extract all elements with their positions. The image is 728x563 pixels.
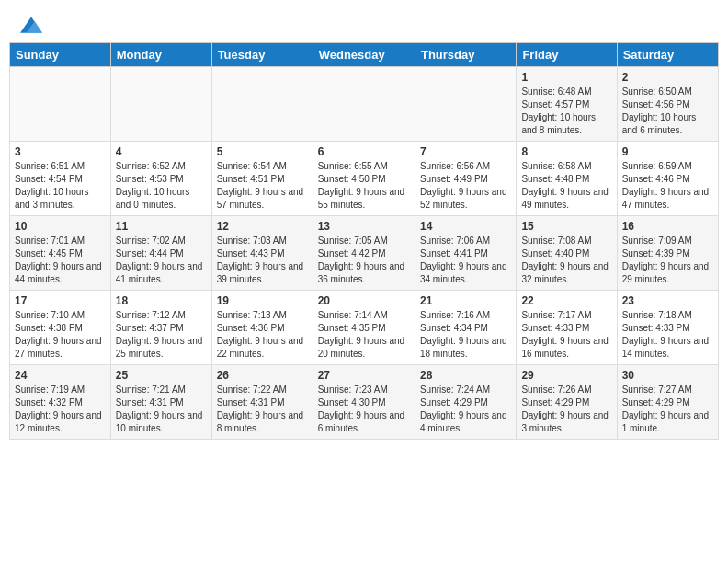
day-header-tuesday: Tuesday [211,43,313,67]
day-number: 18 [116,294,207,307]
day-info: Sunrise: 6:56 AM Sunset: 4:49 PM Dayligh… [420,160,511,212]
day-number: 22 [521,294,611,307]
day-header-sunday: Sunday [10,43,111,67]
calendar-week-row: 17Sunrise: 7:10 AM Sunset: 4:38 PM Dayli… [10,291,719,365]
calendar-cell: 1Sunrise: 6:48 AM Sunset: 4:57 PM Daylig… [517,67,617,142]
day-number: 9 [622,145,713,158]
day-info: Sunrise: 6:55 AM Sunset: 4:50 PM Dayligh… [318,160,410,212]
day-number: 26 [217,369,308,382]
day-info: Sunrise: 6:59 AM Sunset: 4:46 PM Dayligh… [622,160,713,212]
day-info: Sunrise: 7:03 AM Sunset: 4:43 PM Dayligh… [217,235,308,286]
calendar-cell: 29Sunrise: 7:26 AM Sunset: 4:29 PM Dayli… [517,365,617,440]
day-header-monday: Monday [110,43,211,67]
day-info: Sunrise: 7:24 AM Sunset: 4:29 PM Dayligh… [420,384,511,435]
calendar-week-row: 24Sunrise: 7:19 AM Sunset: 4:32 PM Dayli… [10,365,719,440]
day-number: 14 [420,220,511,233]
day-info: Sunrise: 7:26 AM Sunset: 4:29 PM Dayligh… [521,384,611,435]
calendar-cell [313,67,415,142]
day-header-friday: Friday [517,43,617,67]
calendar-week-row: 3Sunrise: 6:51 AM Sunset: 4:54 PM Daylig… [10,142,719,216]
day-info: Sunrise: 6:54 AM Sunset: 4:51 PM Dayligh… [217,160,308,212]
day-number: 3 [15,145,106,158]
calendar-cell: 22Sunrise: 7:17 AM Sunset: 4:33 PM Dayli… [517,291,617,365]
calendar-cell [10,67,111,142]
day-number: 21 [420,294,511,307]
calendar-cell: 9Sunrise: 6:59 AM Sunset: 4:46 PM Daylig… [617,142,718,216]
calendar-cell: 26Sunrise: 7:22 AM Sunset: 4:31 PM Dayli… [211,365,313,440]
calendar-cell: 27Sunrise: 7:23 AM Sunset: 4:30 PM Dayli… [313,365,415,440]
day-info: Sunrise: 6:50 AM Sunset: 4:56 PM Dayligh… [622,86,713,137]
day-info: Sunrise: 6:52 AM Sunset: 4:53 PM Dayligh… [116,160,207,212]
logo [18,17,42,33]
calendar-cell: 24Sunrise: 7:19 AM Sunset: 4:32 PM Dayli… [10,365,111,440]
day-info: Sunrise: 7:21 AM Sunset: 4:31 PM Dayligh… [116,384,207,435]
calendar-cell: 17Sunrise: 7:10 AM Sunset: 4:38 PM Dayli… [10,291,111,365]
calendar-cell: 4Sunrise: 6:52 AM Sunset: 4:53 PM Daylig… [110,142,211,216]
day-number: 29 [521,369,611,382]
calendar-week-row: 1Sunrise: 6:48 AM Sunset: 4:57 PM Daylig… [10,67,719,142]
calendar-cell: 3Sunrise: 6:51 AM Sunset: 4:54 PM Daylig… [10,142,111,216]
day-number: 25 [116,369,207,382]
day-number: 4 [116,145,207,158]
day-number: 23 [622,294,713,307]
day-info: Sunrise: 7:27 AM Sunset: 4:29 PM Dayligh… [622,384,713,435]
calendar-table: SundayMondayTuesdayWednesdayThursdayFrid… [9,42,719,440]
calendar-cell: 13Sunrise: 7:05 AM Sunset: 4:42 PM Dayli… [313,216,415,291]
day-number: 27 [318,369,410,382]
calendar-cell: 19Sunrise: 7:13 AM Sunset: 4:36 PM Dayli… [211,291,313,365]
day-info: Sunrise: 7:17 AM Sunset: 4:33 PM Dayligh… [521,309,611,361]
calendar-cell: 8Sunrise: 6:58 AM Sunset: 4:48 PM Daylig… [517,142,617,216]
calendar-header-row: SundayMondayTuesdayWednesdayThursdayFrid… [10,43,719,67]
calendar-cell [110,67,211,142]
day-number: 12 [217,220,308,233]
day-info: Sunrise: 7:12 AM Sunset: 4:37 PM Dayligh… [116,309,207,361]
calendar-cell: 25Sunrise: 7:21 AM Sunset: 4:31 PM Dayli… [110,365,211,440]
day-number: 8 [521,145,611,158]
calendar-cell: 28Sunrise: 7:24 AM Sunset: 4:29 PM Dayli… [415,365,516,440]
day-number: 10 [15,220,106,233]
day-info: Sunrise: 7:23 AM Sunset: 4:30 PM Dayligh… [318,384,410,435]
calendar-cell: 20Sunrise: 7:14 AM Sunset: 4:35 PM Dayli… [313,291,415,365]
day-number: 11 [116,220,207,233]
day-number: 24 [15,369,106,382]
calendar-cell: 23Sunrise: 7:18 AM Sunset: 4:33 PM Dayli… [617,291,718,365]
calendar-cell: 30Sunrise: 7:27 AM Sunset: 4:29 PM Dayli… [617,365,718,440]
day-info: Sunrise: 6:48 AM Sunset: 4:57 PM Dayligh… [521,86,611,137]
day-number: 28 [420,369,511,382]
day-info: Sunrise: 7:19 AM Sunset: 4:32 PM Dayligh… [15,384,106,435]
calendar-cell: 10Sunrise: 7:01 AM Sunset: 4:45 PM Dayli… [10,216,111,291]
day-info: Sunrise: 7:05 AM Sunset: 4:42 PM Dayligh… [318,235,410,286]
calendar-cell: 14Sunrise: 7:06 AM Sunset: 4:41 PM Dayli… [415,216,516,291]
day-number: 7 [420,145,511,158]
day-number: 5 [217,145,308,158]
day-info: Sunrise: 7:22 AM Sunset: 4:31 PM Dayligh… [217,384,308,435]
day-info: Sunrise: 6:58 AM Sunset: 4:48 PM Dayligh… [521,160,611,212]
calendar-week-row: 10Sunrise: 7:01 AM Sunset: 4:45 PM Dayli… [10,216,719,291]
day-info: Sunrise: 7:14 AM Sunset: 4:35 PM Dayligh… [318,309,410,361]
calendar-cell: 18Sunrise: 7:12 AM Sunset: 4:37 PM Dayli… [110,291,211,365]
day-number: 1 [521,71,611,84]
day-number: 19 [217,294,308,307]
day-info: Sunrise: 6:51 AM Sunset: 4:54 PM Dayligh… [15,160,106,212]
day-info: Sunrise: 7:16 AM Sunset: 4:34 PM Dayligh… [420,309,511,361]
day-number: 2 [622,71,713,84]
logo-icon [20,17,42,33]
day-number: 20 [318,294,410,307]
day-info: Sunrise: 7:09 AM Sunset: 4:39 PM Dayligh… [622,235,713,286]
day-header-wednesday: Wednesday [313,43,415,67]
day-number: 16 [622,220,713,233]
day-info: Sunrise: 7:10 AM Sunset: 4:38 PM Dayligh… [15,309,106,361]
day-number: 15 [521,220,611,233]
day-info: Sunrise: 7:08 AM Sunset: 4:40 PM Dayligh… [521,235,611,286]
day-info: Sunrise: 7:02 AM Sunset: 4:44 PM Dayligh… [116,235,207,286]
day-info: Sunrise: 7:18 AM Sunset: 4:33 PM Dayligh… [622,309,713,361]
calendar-cell: 2Sunrise: 6:50 AM Sunset: 4:56 PM Daylig… [617,67,718,142]
day-number: 30 [622,369,713,382]
day-number: 13 [318,220,410,233]
day-header-thursday: Thursday [415,43,516,67]
calendar-cell: 16Sunrise: 7:09 AM Sunset: 4:39 PM Dayli… [617,216,718,291]
day-header-saturday: Saturday [617,43,718,67]
calendar-cell [415,67,516,142]
calendar-cell: 21Sunrise: 7:16 AM Sunset: 4:34 PM Dayli… [415,291,516,365]
calendar-cell: 11Sunrise: 7:02 AM Sunset: 4:44 PM Dayli… [110,216,211,291]
